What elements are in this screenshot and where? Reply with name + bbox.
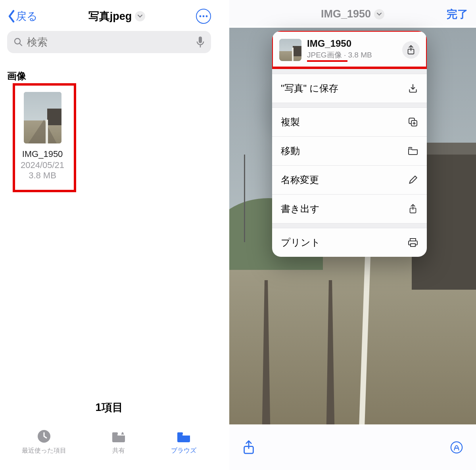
export-icon bbox=[408, 204, 418, 214]
svg-point-2 bbox=[206, 15, 208, 17]
tab-recent[interactable]: 最近使った項目 bbox=[22, 428, 66, 455]
menu-move[interactable]: 移動 bbox=[272, 136, 427, 165]
info-filename: IMG_1950 bbox=[307, 38, 397, 49]
folder-icon bbox=[175, 428, 192, 444]
info-meta: JPEG画像 · 3.8 MB bbox=[307, 50, 397, 62]
menu-label: 書き出す bbox=[281, 203, 320, 215]
highlight-underline bbox=[307, 60, 347, 62]
duplicate-icon bbox=[408, 117, 418, 127]
file-thumbnail bbox=[279, 39, 301, 61]
folder-icon bbox=[408, 146, 418, 156]
action-sheet: IMG_1950 JPEG画像 · 3.8 MB "写真" に保存 複製 移動 bbox=[272, 31, 427, 257]
menu-export[interactable]: 書き出す bbox=[272, 194, 427, 223]
tab-bar: 最近使った項目 共有 ブラウズ bbox=[0, 422, 218, 470]
tab-browse[interactable]: ブラウズ bbox=[171, 428, 196, 455]
svg-rect-5 bbox=[199, 36, 202, 43]
file-thumbnail bbox=[24, 92, 61, 143]
more-options-button[interactable] bbox=[196, 9, 211, 24]
back-label: 戻る bbox=[16, 9, 38, 23]
back-button[interactable]: 戻る bbox=[7, 9, 38, 23]
menu-label: 名称変更 bbox=[281, 174, 319, 186]
printer-icon bbox=[408, 237, 418, 248]
menu-duplicate[interactable]: 複製 bbox=[272, 107, 427, 136]
svg-line-4 bbox=[20, 44, 22, 46]
search-input[interactable] bbox=[27, 36, 196, 48]
nav-bar: IMG_1950 完了 bbox=[229, 0, 476, 26]
share-button[interactable] bbox=[242, 440, 255, 457]
nav-bar: 戻る 写真jpeg bbox=[0, 0, 218, 31]
chevron-down-icon bbox=[135, 11, 145, 21]
files-browser-screen: 戻る 写真jpeg 画像 IMG_1950 2024/05/21 3.8 MB … bbox=[0, 0, 218, 470]
menu-label: 移動 bbox=[281, 145, 300, 157]
svg-rect-8 bbox=[112, 432, 118, 435]
chevron-left-icon bbox=[7, 10, 16, 23]
file-title[interactable]: IMG_1950 bbox=[321, 8, 384, 20]
tab-label: ブラウズ bbox=[171, 447, 196, 455]
menu-print[interactable]: プリント bbox=[272, 228, 427, 257]
markup-icon bbox=[450, 440, 463, 455]
share-button[interactable] bbox=[402, 41, 420, 59]
tab-label: 共有 bbox=[112, 447, 125, 455]
done-button[interactable]: 完了 bbox=[447, 7, 468, 21]
file-preview-screen: IMG_1950 完了 IMG_1950 JPEG画像 · 3.8 MB bbox=[229, 0, 476, 470]
pencil-icon bbox=[408, 175, 418, 185]
chevron-down-icon bbox=[374, 9, 384, 19]
mic-icon[interactable] bbox=[196, 36, 205, 48]
file-title-text: IMG_1950 bbox=[321, 8, 371, 20]
share-icon bbox=[242, 440, 255, 455]
svg-point-0 bbox=[200, 15, 202, 17]
svg-point-1 bbox=[203, 15, 205, 17]
search-icon bbox=[13, 37, 23, 47]
search-bar[interactable] bbox=[7, 31, 211, 53]
info-filesize: 3.8 MB bbox=[348, 51, 372, 59]
menu-rename[interactable]: 名称変更 bbox=[272, 165, 427, 194]
file-info-header: IMG_1950 JPEG画像 · 3.8 MB bbox=[272, 31, 427, 69]
markup-button[interactable] bbox=[450, 440, 463, 457]
menu-save-to-photos[interactable]: "写真" に保存 bbox=[272, 74, 427, 103]
folder-title-text: 写真jpeg bbox=[88, 9, 132, 23]
share-icon bbox=[406, 45, 416, 55]
tab-shared[interactable]: 共有 bbox=[110, 428, 127, 455]
svg-rect-18 bbox=[411, 244, 415, 246]
svg-point-20 bbox=[451, 442, 462, 453]
menu-label: "写真" に保存 bbox=[281, 82, 338, 95]
separator: · bbox=[342, 51, 348, 59]
menu-label: 複製 bbox=[281, 116, 300, 128]
shared-folder-icon bbox=[110, 428, 127, 444]
menu-label: プリント bbox=[281, 236, 321, 249]
item-count: 1項目 bbox=[0, 400, 218, 415]
bottom-toolbar bbox=[229, 426, 476, 470]
svg-rect-11 bbox=[177, 432, 183, 435]
download-icon bbox=[408, 83, 418, 94]
tab-label: 最近使った項目 bbox=[22, 447, 66, 455]
folder-title[interactable]: 写真jpeg bbox=[88, 9, 146, 23]
ellipsis-icon bbox=[199, 15, 208, 17]
section-heading: 画像 bbox=[0, 62, 218, 86]
clock-icon bbox=[36, 428, 52, 444]
info-filetype: JPEG画像 bbox=[307, 51, 342, 59]
